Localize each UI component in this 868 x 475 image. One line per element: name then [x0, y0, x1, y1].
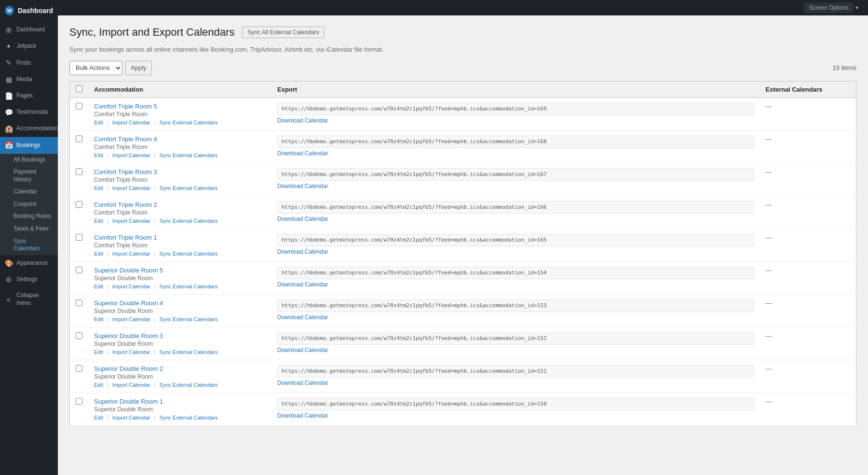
- room-name-link[interactable]: Comfort Triple Room 3: [94, 168, 157, 176]
- external-value: —: [766, 136, 772, 143]
- row-action-link[interactable]: Sync External Calendars: [160, 185, 218, 191]
- external-cell: —: [760, 130, 856, 163]
- row-action-link[interactable]: Import Calendar: [112, 382, 150, 388]
- sidebar-item-booking-rules[interactable]: Booking Rules: [14, 210, 58, 223]
- download-calendar-link[interactable]: Download Calendar: [277, 412, 754, 419]
- apply-button[interactable]: Apply: [125, 61, 152, 75]
- sidebar-item-calendar[interactable]: Calendar: [14, 186, 58, 198]
- row-action-link[interactable]: Edit: [94, 284, 103, 289]
- row-action-link[interactable]: Edit: [94, 382, 103, 388]
- row-checkbox[interactable]: [76, 136, 82, 142]
- room-name-link[interactable]: Superior Double Room 3: [94, 332, 163, 339]
- row-action-link[interactable]: Sync External Calendars: [160, 251, 218, 257]
- room-name-link[interactable]: Comfort Triple Room 1: [94, 234, 157, 241]
- sidebar-item-sync-calendars[interactable]: Sync Calendars: [14, 235, 58, 255]
- row-action-link[interactable]: Edit: [94, 251, 103, 257]
- room-name-link[interactable]: Superior Double Room 2: [94, 365, 163, 372]
- download-calendar-link[interactable]: Download Calendar: [277, 314, 754, 321]
- row-action-link[interactable]: Edit: [94, 349, 103, 355]
- sidebar-item-label: Accommodation: [16, 125, 58, 133]
- sidebar-item-pages[interactable]: 📄 Pages: [0, 88, 58, 104]
- row-checkbox[interactable]: [76, 234, 82, 241]
- screen-options-button[interactable]: Screen Options: [804, 2, 854, 13]
- sidebar-item-bookings[interactable]: 📅 Bookings: [0, 137, 58, 153]
- row-checkbox-cell: [70, 327, 89, 360]
- row-action-link[interactable]: Edit: [94, 185, 103, 191]
- row-action-link[interactable]: Edit: [94, 316, 103, 322]
- download-calendar-link[interactable]: Download Calendar: [277, 117, 754, 124]
- download-calendar-link[interactable]: Download Calendar: [277, 281, 754, 288]
- sidebar-item-collapse[interactable]: « Collapse menu: [0, 288, 58, 311]
- row-action-link[interactable]: Import Calendar: [112, 152, 150, 158]
- row-checkbox[interactable]: [76, 299, 82, 306]
- row-action-link[interactable]: Import Calendar: [112, 316, 150, 322]
- row-checkbox[interactable]: [76, 398, 82, 405]
- room-name-link[interactable]: Superior Double Room 4: [94, 299, 163, 307]
- row-action-link[interactable]: Sync External Calendars: [160, 349, 218, 355]
- bulk-actions-select[interactable]: Bulk Actions: [69, 61, 122, 75]
- row-action-link[interactable]: Edit: [94, 415, 103, 421]
- row-checkbox[interactable]: [76, 168, 82, 175]
- row-checkbox[interactable]: [76, 201, 82, 208]
- download-calendar-link[interactable]: Download Calendar: [277, 380, 754, 386]
- sidebar-item-taxes-fees[interactable]: Taxes & Fees: [14, 223, 58, 235]
- table-row: Comfort Triple Room 2Comfort Triple Room…: [70, 196, 856, 229]
- row-action-link[interactable]: Sync External Calendars: [160, 120, 218, 125]
- export-cell: https://hbdemo.getmotopress.com/w70z4tm2…: [271, 261, 760, 294]
- row-action-link[interactable]: Import Calendar: [112, 284, 150, 289]
- row-action-link[interactable]: Edit: [94, 218, 103, 224]
- room-type: Comfort Triple Room: [94, 144, 266, 150]
- sidebar-item-media[interactable]: ▦ Media: [0, 71, 58, 88]
- row-action-link[interactable]: Import Calendar: [112, 185, 150, 191]
- action-separator: |: [154, 415, 156, 421]
- sync-all-button[interactable]: Sync All External Calendars: [242, 27, 324, 38]
- download-calendar-link[interactable]: Download Calendar: [277, 216, 754, 222]
- room-name-link[interactable]: Comfort Triple Room 5: [94, 103, 157, 110]
- row-action-link[interactable]: Import Calendar: [112, 120, 150, 125]
- room-name-link[interactable]: Superior Double Room 1: [94, 398, 163, 405]
- row-checkbox[interactable]: [76, 267, 82, 273]
- sidebar-item-jetpack[interactable]: ✦ Jetpack: [0, 38, 58, 54]
- download-calendar-link[interactable]: Download Calendar: [277, 347, 754, 353]
- sidebar-item-posts[interactable]: ✎ Posts: [0, 54, 58, 71]
- select-all-checkbox[interactable]: [76, 85, 82, 92]
- sidebar-item-label: Pages: [16, 92, 33, 100]
- row-action-link[interactable]: Import Calendar: [112, 218, 150, 224]
- row-action-link[interactable]: Sync External Calendars: [160, 316, 218, 322]
- dashboard-icon: ⊞: [5, 26, 13, 34]
- row-action-link[interactable]: Sync External Calendars: [160, 152, 218, 158]
- row-action-link[interactable]: Import Calendar: [112, 415, 150, 421]
- room-name-link[interactable]: Superior Double Room 5: [94, 267, 163, 274]
- room-name-link[interactable]: Comfort Triple Room 4: [94, 136, 157, 143]
- sidebar-item-payment-history[interactable]: Payment History: [14, 166, 58, 186]
- row-action-link[interactable]: Edit: [94, 120, 103, 125]
- external-value: —: [766, 234, 772, 241]
- room-name-link[interactable]: Comfort Triple Room 2: [94, 201, 157, 208]
- download-calendar-link[interactable]: Download Calendar: [277, 150, 754, 157]
- row-action-link[interactable]: Sync External Calendars: [160, 218, 218, 224]
- sidebar-item-label: Appearance: [16, 259, 48, 267]
- page-description: Sync your bookings across all online cha…: [69, 46, 856, 53]
- row-action-link[interactable]: Sync External Calendars: [160, 415, 218, 421]
- sidebar-item-appearance[interactable]: 🎨 Appearance: [0, 255, 58, 271]
- room-type: Superior Double Room: [94, 340, 266, 347]
- download-calendar-link[interactable]: Download Calendar: [277, 183, 754, 190]
- sidebar-item-all-bookings[interactable]: All Bookings: [14, 154, 58, 166]
- row-checkbox[interactable]: [76, 332, 82, 339]
- sidebar-item-coupons[interactable]: Coupons: [14, 198, 58, 211]
- sidebar-item-settings[interactable]: ⚙ Settings: [0, 271, 58, 288]
- download-calendar-link[interactable]: Download Calendar: [277, 248, 754, 255]
- row-action-link[interactable]: Import Calendar: [112, 251, 150, 257]
- sidebar-item-dashboard[interactable]: ⊞ Dashboard: [0, 22, 58, 38]
- row-action-link[interactable]: Edit: [94, 152, 103, 158]
- row-action-link[interactable]: Sync External Calendars: [160, 382, 218, 388]
- export-cell: https://hbdemo.getmotopress.com/w70z4tm2…: [271, 294, 760, 327]
- row-action-link[interactable]: Import Calendar: [112, 349, 150, 355]
- row-checkbox-cell: [70, 229, 89, 261]
- sidebar-item-accommodation[interactable]: 🏨 Accommodation: [0, 121, 58, 137]
- external-cell: —: [760, 393, 856, 425]
- row-checkbox[interactable]: [76, 365, 82, 372]
- row-checkbox[interactable]: [76, 103, 82, 109]
- row-action-link[interactable]: Sync External Calendars: [160, 284, 218, 289]
- sidebar-item-testimonials[interactable]: 💬 Testimonials: [0, 104, 58, 121]
